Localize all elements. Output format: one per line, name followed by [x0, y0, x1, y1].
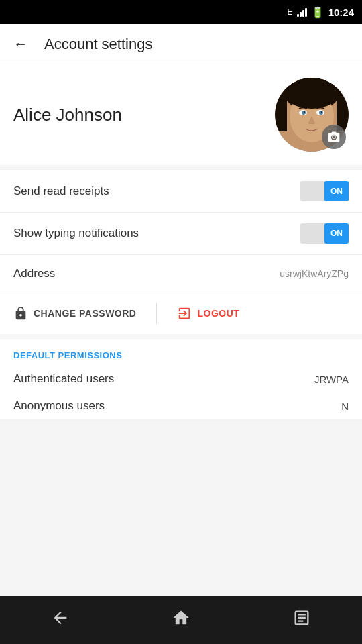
nav-bar [0, 596, 362, 644]
content-area: Alice Johnson [0, 64, 362, 596]
change-password-button[interactable]: CHANGE PASSWORD [13, 301, 136, 326]
address-row: Address usrwjKtwAryZPg [0, 255, 362, 292]
permissions-title: DEFAULT PERMISSIONS [0, 339, 362, 366]
logout-icon [177, 306, 192, 321]
authenticated-users-row[interactable]: Authenticated users JRWPA [0, 366, 362, 392]
avatar-container [275, 78, 349, 152]
logout-button[interactable]: LOGOUT [177, 301, 239, 326]
read-receipts-row: Send read receipts ON [0, 170, 362, 213]
svg-point-9 [302, 111, 306, 115]
profile-section: Alice Johnson [0, 64, 362, 165]
typing-notifications-toggle-knob: ON [324, 223, 349, 244]
read-receipts-label: Send read receipts [13, 184, 109, 198]
settings-section: Send read receipts ON Show typing notifi… [0, 170, 362, 334]
svg-point-12 [321, 111, 322, 113]
clock: 10:24 [328, 7, 354, 18]
camera-icon [327, 130, 341, 144]
actions-row: CHANGE PASSWORD LOGOUT [0, 292, 362, 334]
anonymous-users-value: N [341, 400, 349, 412]
change-password-label: CHANGE PASSWORD [34, 308, 136, 319]
authenticated-users-value: JRWPA [314, 374, 349, 385]
change-photo-button[interactable] [322, 125, 346, 149]
profile-name: Alice Johnson [13, 105, 122, 125]
typing-notifications-row: Show typing notifications ON [0, 213, 362, 255]
read-receipts-toggle-knob: ON [324, 181, 349, 201]
authenticated-users-label: Authenticated users [13, 372, 114, 386]
typing-notifications-label: Show typing notifications [13, 227, 139, 240]
signal-e-icon: E [288, 7, 293, 17]
lock-icon [13, 306, 28, 321]
page-title: Account settings [44, 36, 152, 53]
anonymous-users-row[interactable]: Anonymous users N [0, 392, 362, 419]
status-bar-right: E 🔋 10:24 [288, 6, 354, 19]
address-value: usrwjKtwAryZPg [280, 268, 349, 279]
read-receipts-toggle[interactable]: ON [300, 181, 349, 201]
toolbar: ← Account settings [0, 24, 362, 64]
svg-point-10 [319, 111, 323, 115]
battery-icon: 🔋 [311, 6, 324, 19]
nav-back-button[interactable] [38, 602, 83, 638]
permissions-section: DEFAULT PERMISSIONS Authenticated users … [0, 339, 362, 419]
signal-bars-icon [297, 7, 307, 17]
nav-recents-icon [292, 608, 311, 631]
anonymous-users-label: Anonymous users [13, 399, 105, 413]
nav-back-icon [51, 608, 70, 631]
back-button[interactable]: ← [11, 33, 31, 56]
nav-recents-button[interactable] [279, 602, 324, 638]
svg-point-11 [304, 111, 305, 113]
status-bar: E 🔋 10:24 [0, 0, 362, 24]
typing-notifications-toggle[interactable]: ON [300, 223, 349, 244]
action-divider [156, 303, 157, 324]
nav-home-icon [172, 608, 190, 631]
address-label: Address [13, 267, 55, 280]
svg-rect-14 [284, 78, 340, 95]
nav-home-button[interactable] [158, 602, 204, 638]
logout-label: LOGOUT [197, 308, 239, 319]
